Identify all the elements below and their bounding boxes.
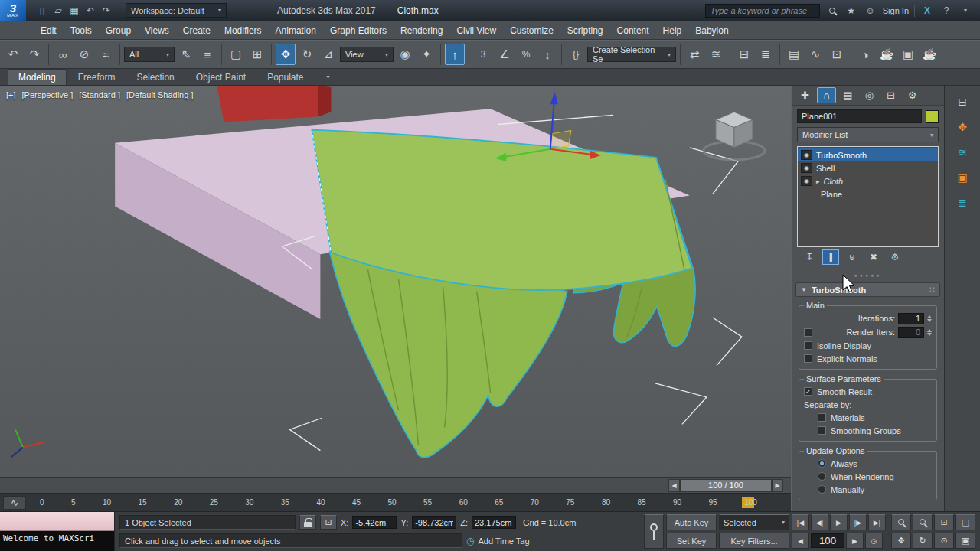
maximize-viewport-icon[interactable]: ▣ (956, 533, 975, 549)
ribbon-tab-freeform[interactable]: Freeform (68, 70, 126, 85)
redo-icon[interactable]: ↷ (24, 44, 44, 65)
walk-through-icon[interactable]: ⊙ (934, 533, 954, 549)
viewport-scene[interactable] (0, 86, 791, 477)
ribbon-minimize-icon[interactable]: ▾ (322, 70, 335, 83)
zoom-all-icon[interactable] (913, 514, 933, 530)
menu-item[interactable]: Scripting (560, 22, 610, 39)
search-icon[interactable] (825, 4, 839, 18)
selection-lock-toggle[interactable] (299, 515, 316, 530)
render-setup-icon[interactable]: ☕ (877, 44, 897, 65)
play-button[interactable]: ▶ (830, 514, 848, 530)
previous-frame-button[interactable]: ◀| (811, 514, 828, 530)
maxscript-mini-listener[interactable]: Welcome to MAXScri (0, 512, 115, 551)
rendered-frame-window-icon[interactable]: ▣ (898, 44, 918, 65)
workspace-dropdown[interactable]: Workspace: Default ▾ (126, 3, 227, 18)
smooth-result-checkbox[interactable]: ✓ (804, 387, 812, 396)
new-scene-icon[interactable]: ▯ (35, 4, 49, 18)
select-by-name-icon[interactable]: ≡ (198, 44, 217, 65)
angle-snap-icon[interactable]: ∠ (495, 44, 514, 65)
menu-item[interactable]: Civil View (449, 22, 503, 39)
redo-icon[interactable]: ↷ (100, 4, 113, 18)
menu-item[interactable]: Edit (34, 22, 64, 39)
menu-item[interactable]: Modifiers (217, 22, 269, 39)
listener-macro-pane[interactable] (0, 512, 114, 531)
object-name-field[interactable]: Plane001 (797, 109, 922, 123)
menu-item[interactable]: Create (176, 22, 217, 39)
viewcube[interactable] (704, 112, 765, 160)
menu-item[interactable]: Tools (64, 22, 99, 39)
use-pivot-center-icon[interactable]: ◉ (395, 44, 415, 65)
x-coordinate-field[interactable] (352, 516, 397, 529)
key-filters-button[interactable]: Key Filters... (719, 533, 789, 549)
ribbon-tab-selection[interactable]: Selection (126, 70, 184, 85)
object-color-swatch[interactable] (926, 110, 939, 123)
when-rendering-radio[interactable] (818, 472, 826, 481)
zoom-icon[interactable] (891, 514, 911, 530)
rectangular-selection-region-icon[interactable]: ▢ (226, 44, 246, 65)
mirror-icon[interactable]: ⇄ (684, 44, 704, 65)
hierarchy-tab-icon[interactable]: ▤ (838, 87, 858, 103)
zoom-extents-icon[interactable]: ⊡ (934, 514, 954, 530)
absolute-offset-toggle[interactable]: ⊡ (320, 515, 337, 530)
dock-toolbar-button-3[interactable]: ≋ (952, 144, 972, 161)
listener-output-pane[interactable]: Welcome to MAXScri (0, 531, 114, 551)
save-file-icon[interactable]: ▦ (67, 4, 81, 18)
set-key-button[interactable]: Set Key (666, 533, 717, 549)
headboard-side-face[interactable] (318, 86, 331, 116)
menu-item[interactable]: Rendering (394, 22, 449, 39)
align-icon[interactable]: ≋ (706, 44, 726, 65)
menu-item[interactable]: Views (138, 22, 176, 39)
help-icon[interactable]: ? (939, 4, 953, 18)
schematic-view-icon[interactable]: ⊡ (827, 44, 847, 65)
menu-item[interactable]: Babylon (688, 22, 735, 39)
dock-toolbar-button-4[interactable]: ▣ (952, 169, 972, 186)
select-object-icon[interactable]: ⇖ (176, 44, 196, 65)
isoline-display-checkbox[interactable] (804, 341, 812, 350)
viewport-renderer-menu[interactable]: [Standard ] (79, 90, 120, 99)
remove-modifier-icon[interactable]: ✖ (865, 249, 882, 265)
select-and-link-icon[interactable]: ∞ (53, 44, 73, 65)
modifier-stack-row-shell[interactable]: ◉ Shell (798, 161, 938, 174)
selection-filter-dropdown[interactable]: All ▾ (124, 47, 175, 62)
rollout-header[interactable]: ▼ TurboSmooth ∷ (795, 282, 940, 297)
manually-radio[interactable] (818, 485, 826, 494)
viewport-general-menu[interactable]: [+] (6, 90, 16, 99)
user-icon[interactable]: ☺ (864, 4, 877, 18)
3ds-max-logo[interactable]: 3 MAX (0, 0, 26, 21)
pan-icon[interactable]: ✥ (891, 533, 911, 549)
next-frame-button[interactable]: |▶ (849, 514, 867, 530)
open-file-icon[interactable]: ▱ (51, 4, 65, 18)
render-iters-checkbox[interactable] (804, 328, 812, 337)
always-radio[interactable] (818, 459, 826, 468)
layer-explorer-icon[interactable]: ≣ (756, 44, 776, 65)
go-to-start-button[interactable]: |◀ (792, 514, 809, 530)
previous-frame-arrow-icon[interactable]: ◀ (668, 479, 680, 492)
dock-toolbar-button-5[interactable]: ≣ (952, 194, 972, 211)
iterations-field[interactable]: 1 (898, 313, 924, 324)
z-coordinate-field[interactable] (472, 516, 516, 529)
modify-tab-icon[interactable]: ∩ (817, 87, 836, 103)
modifier-stack-row-turbosmooth[interactable]: ◉ TurboSmooth (798, 148, 938, 161)
modifier-stack-row-plane[interactable]: Plane (798, 187, 938, 201)
render-production-icon[interactable]: ☕ (920, 44, 939, 65)
keyboard-shortcut-override-icon[interactable]: ↑ (445, 44, 465, 65)
undo-icon[interactable]: ↶ (3, 44, 23, 65)
iterations-spinner[interactable] (927, 315, 932, 322)
spinner-snap-icon[interactable]: ↕ (537, 44, 557, 65)
a360-icon[interactable]: X (920, 4, 934, 18)
set-keys-button[interactable] (644, 514, 664, 549)
modifier-stack-row-cloth[interactable]: ◉ ▸ Cloth (798, 174, 938, 187)
add-time-tag-button[interactable]: Add Time Tag (478, 536, 529, 546)
utilities-tab-icon[interactable]: ⚙ (903, 87, 922, 103)
y-coordinate-field[interactable] (412, 516, 456, 529)
explicit-normals-checkbox[interactable] (804, 354, 812, 363)
gizmo-plane-handle[interactable] (550, 131, 571, 149)
edit-named-selection-sets-icon[interactable]: {} (566, 44, 586, 65)
perspective-viewport[interactable]: [+] [Perspective ] [Standard ] [Default … (0, 86, 791, 477)
display-tab-icon[interactable]: ⊟ (881, 87, 900, 103)
window-crossing-icon[interactable]: ⊞ (247, 44, 267, 65)
next-key-button[interactable]: ▶ (846, 533, 864, 549)
smoothing-groups-checkbox[interactable] (818, 426, 826, 435)
show-end-result-icon[interactable]: ∥ (822, 249, 839, 265)
menu-item[interactable]: Content (610, 22, 656, 39)
